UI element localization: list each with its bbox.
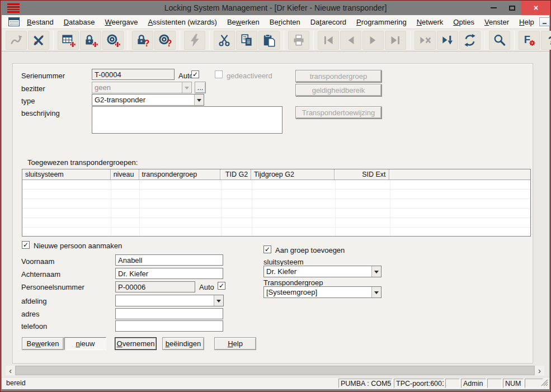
column-header-transpondergroep[interactable]: transpondergroep [139,169,221,180]
overnemen-button[interactable]: Overnemen [115,337,157,350]
beeindigen-button[interactable]: beëindigen [162,337,204,350]
nieuwe-persoon-checkbox[interactable]: ✓ [22,241,30,249]
menu-datarecord[interactable]: Datarecord [305,18,351,26]
cut-button[interactable] [214,31,235,50]
adres-input[interactable] [115,308,223,319]
column-header-niveau[interactable]: niveau [111,169,139,180]
scrollbar-thumb[interactable] [15,366,535,375]
toolbar-separator [128,31,128,50]
menu-database[interactable]: Database [59,18,100,26]
new-locking-system-button[interactable] [58,31,79,50]
search-button[interactable] [489,31,510,50]
menu-bestand[interactable]: Bestand [22,18,59,26]
table-caption: Toegewezen transpondergroepen: [27,158,138,167]
mdi-minimize-icon [543,23,547,24]
paste-button[interactable] [258,31,280,50]
bezitter-label: bezitter [21,84,45,93]
column-header-sluitsysteem[interactable]: sluitsysteem [22,169,111,180]
menu-help[interactable]: Help [514,18,539,26]
nieuw-button[interactable]: nieuw [64,337,106,350]
toolbar-separator [180,31,180,50]
telefoon-input[interactable] [115,320,223,332]
read-transponder-icon: ? [158,33,172,48]
toolbar-separator [53,31,54,50]
beschrijving-textarea[interactable] [92,106,282,134]
connect-button[interactable] [6,31,27,50]
refresh-button[interactable] [459,31,481,50]
status-message: bereid [6,377,26,389]
minimize-button[interactable] [486,1,501,15]
first-record-button[interactable] [318,31,339,50]
menu-assistenten[interactable]: Assistenten (wizards) [143,18,222,26]
achternaam-input[interactable] [115,268,223,279]
help-action-button[interactable]: Help [214,337,256,350]
auto-checkbox[interactable]: ✓ [191,70,199,78]
menu-opties[interactable]: Opties [448,18,479,26]
type-select[interactable]: G2-transponder [92,94,204,106]
menu-berichten[interactable]: Berichten [265,18,305,26]
transpondergroep-button[interactable]: transpondergroep [295,70,382,82]
new-transponder-button[interactable] [102,31,124,50]
aan-groep-checkbox[interactable]: ✓ [263,245,271,253]
serienummer-input[interactable] [92,69,175,80]
delete-record-button[interactable] [415,31,436,50]
bewerken-button[interactable]: Bewerken [22,337,64,350]
personeelsnummer-auto-checkbox[interactable]: ✓ [218,282,225,290]
goto-record-icon [440,33,455,48]
print-icon [291,33,306,48]
personeelsnummer-input[interactable] [115,281,195,292]
delete-record-icon [418,33,432,48]
print-button[interactable] [288,31,309,50]
achternaam-label: Achternaam [21,270,60,278]
scroll-right-button[interactable]: › [535,366,544,375]
previous-record-button[interactable] [340,31,361,50]
next-record-button[interactable] [362,31,384,50]
last-record-icon [388,33,403,48]
scroll-left-button[interactable]: ‹ [6,366,15,375]
table-body[interactable] [22,180,530,236]
menu-bewerken[interactable]: Bewerken [222,18,265,26]
maximize-button[interactable] [504,1,520,15]
filter-settings-button[interactable]: F [519,31,540,50]
minimize-icon [491,7,497,8]
program-button[interactable] [184,31,205,50]
dropdown-arrow-icon [371,287,381,297]
menu-venster[interactable]: Venster [479,18,514,26]
last-record-button[interactable] [385,31,406,50]
table-header-row: sluitsysteem niveau transpondergroep TID… [22,169,530,180]
title-bar: Locking System Management - [Dr Kiefer -… [1,1,550,15]
disconnect-button[interactable] [28,31,49,50]
gedeactiveerd-checkbox[interactable] [215,70,223,78]
bezitter-browse-button[interactable]: ... [195,82,206,93]
group-sluitsysteem-select[interactable]: Dr. Kiefer [263,266,382,277]
first-record-icon [321,33,336,48]
close-button[interactable]: × [521,1,550,15]
menu-weergave[interactable]: Weergave [100,18,143,26]
group-transpondergroep-select[interactable]: [Systeemgroep] [263,286,382,298]
column-header-blank[interactable] [389,169,530,180]
bezitter-select[interactable]: geen [92,82,192,93]
voornaam-input[interactable] [115,254,223,266]
afdeling-select[interactable] [115,295,224,306]
column-header-tijdgroep-g2[interactable]: Tijdgroep G2 [251,169,335,180]
transpondergroepen-table: sluitsysteem niveau transpondergroep TID… [22,169,531,237]
menu-netwerk[interactable]: Netwerk [412,18,449,26]
mdi-document-icon[interactable] [8,17,20,26]
mdi-minimize-button[interactable] [539,17,550,26]
adres-label: adres [21,310,40,318]
group-transpondergroep-label: Transpondergroep [263,278,323,287]
goto-record-button[interactable] [437,31,458,50]
read-lock-button[interactable]: ? [132,31,153,50]
transpondertoewijzing-button[interactable]: Transpondertoewijzing [295,106,382,119]
resize-grip[interactable] [540,379,548,388]
help-button[interactable]: ? [541,31,551,50]
menu-programmering[interactable]: Programmering [351,18,412,26]
new-lock-button[interactable] [80,31,101,50]
read-transponder-button[interactable]: ? [154,31,176,50]
column-header-sid-ext[interactable]: SID Ext [335,169,389,180]
column-header-tid-g2[interactable]: TID G2 [220,169,251,180]
copy-button[interactable] [236,31,257,50]
dropdown-arrow-icon [214,295,223,306]
toolbar-separator [484,31,485,50]
geldigheidbereik-button[interactable]: geldigheidbereik [295,84,382,96]
